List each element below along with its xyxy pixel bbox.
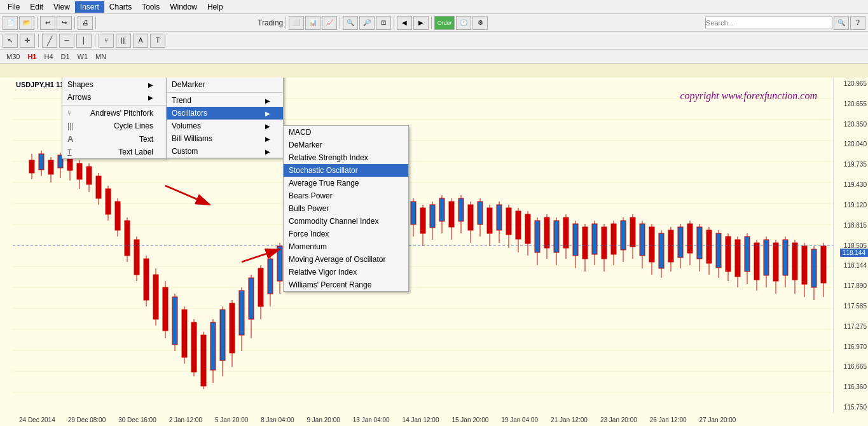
arrow-icon: ▶	[148, 94, 153, 101]
clock-button[interactable]: 🕐	[456, 16, 471, 30]
osc-rvi[interactable]: Relative Vigor Index	[284, 266, 408, 278]
svg-rect-64	[258, 268, 263, 306]
osc-osma[interactable]: Moving Average of Oscillator	[284, 253, 408, 266]
time-label-5: 5 Jan 20:00	[215, 416, 248, 423]
fit-screen-button[interactable]: ⊡	[376, 16, 391, 30]
bar-chart-button[interactable]: ⬜	[289, 16, 304, 30]
osc-bulls-power[interactable]: Bulls Power	[284, 202, 408, 215]
candle-chart-button[interactable]: 📊	[305, 16, 320, 30]
tf-h4[interactable]: H4	[40, 52, 57, 62]
scroll-left-button[interactable]: ◀	[397, 16, 412, 30]
osc-bears-power-label: Bears Power	[289, 191, 333, 200]
osc-atr-label: Average True Range	[289, 179, 359, 188]
tf-h1[interactable]: H1	[24, 52, 40, 62]
osc-cci[interactable]: Commodity Channel Index	[284, 215, 408, 228]
svg-rect-118	[516, 211, 521, 239]
tf-m30[interactable]: M30	[3, 52, 24, 62]
osc-williams-percent[interactable]: Williams' Percent Range	[284, 278, 408, 291]
zoom-in-button[interactable]: 🔍	[343, 16, 358, 30]
settings-button[interactable]: ⚙	[472, 16, 488, 30]
svg-rect-38	[134, 240, 139, 275]
text-label-button[interactable]: T	[150, 34, 165, 48]
menu-insert[interactable]: Insert	[75, 1, 104, 13]
new-order-button[interactable]: Order	[434, 16, 455, 30]
menu-text-label[interactable]: T Text Label	[62, 146, 166, 158]
help-button[interactable]: ?	[850, 16, 865, 30]
svg-rect-120	[525, 214, 530, 244]
price-tick-4: 120.040	[835, 141, 867, 148]
menu-textlabel-icon: T	[67, 148, 72, 156]
osc-demarker-label: DeMarker	[289, 141, 322, 149]
crosshair-button[interactable]: ✛	[20, 34, 35, 48]
osc-demarker[interactable]: DeMarker	[284, 139, 408, 151]
menu-cycle-lines[interactable]: ||| Cycle Lines	[62, 120, 166, 132]
cursor-button[interactable]: ↖	[3, 34, 18, 48]
time-label-12: 21 Jan 12:00	[551, 416, 588, 423]
osc-stochastic[interactable]: Stochastic Oscillator	[284, 164, 408, 177]
menu-edit[interactable]: Edit	[25, 1, 48, 13]
search-input[interactable]	[705, 17, 832, 29]
zoom-out-button[interactable]: 🔎	[359, 16, 375, 30]
menu-file[interactable]: File	[3, 1, 25, 13]
svg-rect-34	[115, 202, 120, 230]
menu-text[interactable]: A Text	[62, 132, 166, 146]
sub-demarker[interactable]: DeMarker	[167, 78, 283, 91]
menu-andrews-pitchfork[interactable]: ⑂ Andrews' Pitchfork	[62, 107, 166, 120]
time-label-8: 13 Jan 04:00	[353, 416, 390, 423]
new-chart-button[interactable]: 📄	[3, 16, 18, 30]
osc-momentum-label: Momentum	[289, 242, 327, 251]
scroll-right-button[interactable]: ▶	[413, 16, 429, 30]
price-tick-14: 116.970	[835, 343, 867, 350]
svg-rect-58	[230, 303, 235, 353]
print-button[interactable]: 🖨	[78, 16, 93, 30]
tf-d1[interactable]: D1	[57, 52, 74, 62]
menu-arrows[interactable]: Arrows ▶	[62, 91, 166, 104]
sub-volumes[interactable]: Volumes ▶	[167, 120, 283, 132]
svg-rect-182	[821, 246, 826, 283]
hline-button[interactable]: ─	[59, 34, 74, 48]
line-chart-button[interactable]: 📈	[322, 16, 337, 30]
menu-help[interactable]: Help	[202, 1, 228, 13]
osc-rsi[interactable]: Relative Strength Index	[284, 151, 408, 164]
time-label-9: 14 Jan 12:00	[403, 416, 439, 423]
tf-w1[interactable]: W1	[74, 52, 92, 62]
sub-oscillators[interactable]: Oscillators ▶	[167, 107, 283, 120]
open-button[interactable]: 📂	[19, 16, 34, 30]
osc-macd[interactable]: MACD	[284, 126, 408, 139]
menu-view[interactable]: View	[48, 1, 75, 13]
svg-rect-98	[420, 208, 425, 233]
menu-shapes[interactable]: Shapes ▶	[62, 78, 166, 91]
pitchfork-button[interactable]: ⑂	[99, 34, 114, 48]
svg-rect-150	[668, 230, 673, 262]
time-label-4: 2 Jan 12:00	[169, 416, 202, 423]
redo-button[interactable]: ↪	[57, 16, 72, 30]
svg-rect-154	[687, 224, 692, 253]
svg-rect-124	[544, 217, 549, 248]
svg-rect-26	[77, 163, 82, 179]
cycle-lines-button[interactable]: |||	[116, 34, 131, 48]
time-label-2: 29 Dec 08:00	[68, 416, 106, 423]
menu-charts[interactable]: Charts	[104, 1, 137, 13]
sub-bill-williams[interactable]: Bill Williams ▶	[167, 132, 283, 145]
osc-bears-power[interactable]: Bears Power	[284, 189, 408, 202]
menu-tools[interactable]: Tools	[137, 1, 165, 13]
sub-custom[interactable]: Custom ▶	[167, 145, 283, 158]
sub-trend[interactable]: Trend ▶	[167, 94, 283, 107]
svg-rect-54	[210, 322, 216, 370]
undo-button[interactable]: ↩	[40, 16, 55, 30]
vline-button[interactable]: │	[76, 34, 92, 48]
toolbar-drawing: ↖ ✛ ╱ ─ │ ⑂ ||| A T	[0, 32, 868, 50]
svg-rect-132	[582, 227, 588, 259]
search-button[interactable]: 🔍	[834, 16, 849, 30]
arrow-icon: ▶	[265, 110, 270, 117]
osc-atr[interactable]: Average True Range	[284, 177, 408, 189]
trendline-button[interactable]: ╱	[42, 34, 57, 48]
current-price-label: 118.144	[840, 249, 868, 257]
tf-mn[interactable]: MN	[92, 52, 110, 62]
svg-rect-180	[811, 249, 816, 287]
svg-rect-60	[239, 291, 244, 335]
menu-window[interactable]: Window	[165, 1, 202, 13]
osc-force-index[interactable]: Force Index	[284, 228, 408, 240]
osc-momentum[interactable]: Momentum	[284, 240, 408, 253]
text-button[interactable]: A	[133, 34, 148, 48]
